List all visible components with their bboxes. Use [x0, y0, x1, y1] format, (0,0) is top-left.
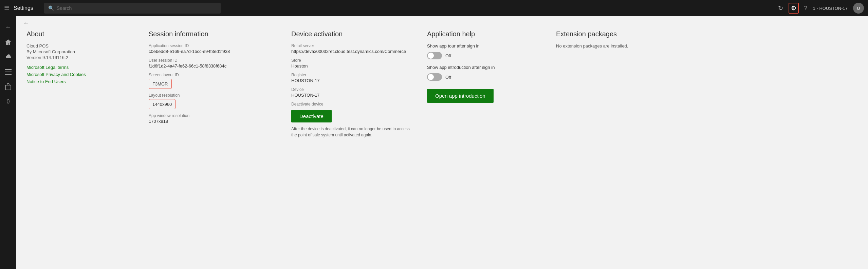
store-label: Store [291, 58, 413, 63]
tour-label: Show app tour after sign in [427, 43, 542, 49]
session-column: Session information Application session … [149, 30, 278, 262]
svg-rect-2 [5, 74, 12, 75]
sidebar: ← 0 [0, 16, 16, 269]
search-icon: 🔍 [48, 5, 54, 11]
about-version: Version 9.14.19116.2 [26, 55, 135, 60]
deactivate-button[interactable]: Deactivate [291, 110, 332, 122]
layout-res-box: 1440x960 [149, 99, 176, 109]
help-icon[interactable]: ? [804, 5, 808, 12]
main-layout: ← 0 ← About Cloud POS By Microsoft Corpo… [0, 16, 868, 269]
search-input[interactable] [57, 5, 217, 11]
register-label: Register [291, 73, 413, 77]
deactivate-note: After the device is deactivated, it can … [291, 126, 413, 138]
extension-column: Extension packages No extension packages… [556, 30, 858, 262]
extension-note: No extension packages are installed. [556, 43, 858, 49]
store-label: 1 - HOUSTON-17 [813, 6, 848, 11]
settings-gear-icon[interactable]: ⚙ [789, 3, 799, 14]
app-title: Settings [14, 5, 33, 11]
tour-toggle[interactable] [427, 52, 442, 59]
user-session-value: f1d6f1d2-4a47-fe62-66c1-58f8338f684c [149, 63, 278, 69]
app-session-label: Application session ID [149, 43, 278, 48]
app-help-column: Application help Show app tour after sig… [427, 30, 542, 262]
svg-rect-0 [5, 69, 12, 70]
hamburger-icon[interactable]: ☰ [4, 4, 10, 12]
intro-toggle-row: Off [427, 73, 542, 81]
privacy-link[interactable]: Microsoft Privacy and Cookies [26, 72, 135, 77]
screen-layout-box: F3MGR [149, 79, 172, 89]
device-value: HOUSTON-17 [291, 93, 413, 98]
intro-toggle[interactable] [427, 73, 442, 81]
sidebar-item-cart[interactable] [1, 80, 15, 94]
app-session-value: c0ebedd8-e169-ea7d-1bcc-e94f3ed1f938 [149, 49, 278, 54]
sidebar-item-menu[interactable] [1, 65, 15, 79]
sidebar-item-home[interactable] [1, 35, 15, 49]
tour-toggle-row: Off [427, 52, 542, 59]
intro-toggle-state: Off [445, 75, 451, 80]
app-window-value: 1707x818 [149, 119, 278, 124]
legal-terms-link[interactable]: Microsoft Legal terms [26, 65, 135, 70]
screen-layout-value: F3MGR [152, 81, 168, 87]
refresh-icon[interactable]: ↻ [778, 4, 783, 12]
content-header: ← [16, 16, 868, 30]
sidebar-item-back[interactable]: ← [1, 20, 15, 34]
retail-server-value: https://devax00032ret.cloud.test.dynamic… [291, 49, 413, 54]
device-column: Device activation Retail server https://… [291, 30, 413, 262]
notice-link[interactable]: Notice to End Users [26, 79, 135, 84]
screen-layout-label: Screen layout ID [149, 73, 278, 77]
about-company: By Microsoft Corporation [26, 49, 135, 54]
topbar: ☰ Settings 🔍 ↻ ⚙ ? 1 - HOUSTON-17 U [0, 0, 868, 16]
about-title: About [26, 30, 135, 38]
sidebar-item-cloud[interactable] [1, 50, 15, 64]
layout-res-label: Layout resolution [149, 93, 278, 98]
about-column: About Cloud POS By Microsoft Corporation… [26, 30, 135, 262]
about-app-name: Cloud POS [26, 43, 135, 49]
deactivate-device-label: Deactivate device [291, 102, 413, 107]
avatar[interactable]: U [853, 3, 864, 14]
tour-toggle-state: Off [445, 53, 451, 58]
session-title: Session information [149, 30, 278, 38]
layout-res-value: 1440x960 [152, 102, 172, 107]
back-button[interactable]: ← [23, 20, 29, 27]
tour-toggle-knob [428, 53, 434, 59]
retail-server-label: Retail server [291, 43, 413, 48]
register-value: HOUSTON-17 [291, 78, 413, 83]
extension-title: Extension packages [556, 30, 858, 38]
user-session-label: User session ID [149, 58, 278, 63]
content-area: ← About Cloud POS By Microsoft Corporati… [16, 16, 868, 269]
store-value: Houston [291, 63, 413, 69]
sidebar-item-zero[interactable]: 0 [1, 95, 15, 109]
svg-rect-1 [5, 72, 12, 72]
topbar-right: ↻ ⚙ ? 1 - HOUSTON-17 U [778, 3, 864, 14]
intro-toggle-knob [428, 74, 434, 80]
open-intro-button[interactable]: Open app introduction [427, 89, 494, 103]
app-window-label: App window resolution [149, 113, 278, 118]
svg-rect-3 [5, 85, 11, 90]
app-help-title: Application help [427, 30, 542, 38]
device-label: Device [291, 87, 413, 92]
device-title: Device activation [291, 30, 413, 38]
columns: About Cloud POS By Microsoft Corporation… [16, 30, 868, 269]
intro-label: Show app introduction after sign in [427, 65, 542, 70]
search-bar[interactable]: 🔍 [44, 3, 221, 14]
